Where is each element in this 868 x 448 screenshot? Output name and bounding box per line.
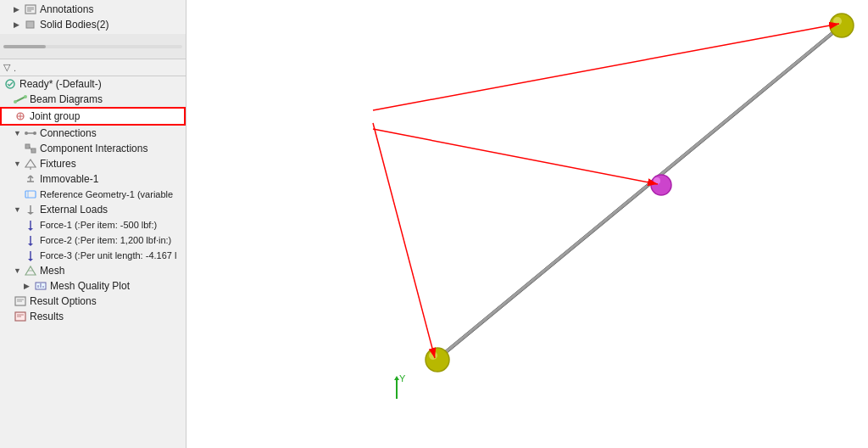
sidebar-item-solid-bodies[interactable]: ▶ Solid Bodies(2) [0,17,186,32]
beam-diagrams-label: Beam Diagrams [30,93,103,105]
arrow-annotations: ▶ [14,5,22,14]
svg-marker-33 [28,259,33,261]
comp-interactions-label: Component Interactions [40,143,147,154]
ext-loads-label: External Loads [40,204,108,216]
sidebar-item-beam-diagrams[interactable]: Beam Diagrams [0,92,186,107]
results-label: Results [30,311,64,322]
joint-icon [14,110,27,122]
svg-point-8 [24,95,27,98]
sidebar-item-component-interactions[interactable]: Component Interactions [0,141,186,156]
sidebar-item-ready[interactable]: Ready* (-Default-) [0,76,186,92]
svg-marker-27 [27,212,34,215]
sidebar-item-mesh-quality-plot[interactable]: ▶ Mesh Quality Plot [0,278,186,294]
svg-rect-24 [25,191,36,198]
sidebar-item-external-loads[interactable]: ▼ External Loads [0,202,186,217]
svg-rect-46 [186,0,868,448]
sidebar-item-joint-group[interactable]: Joint group [0,107,186,126]
filter-bar: ▽ . [0,59,186,76]
annotations-label: Annotations [40,3,93,15]
sidebar-item-force-1[interactable]: Force-1 (:Per item: -500 lbf:) [0,217,186,232]
ext-loads-icon [24,204,37,216]
result-options-icon [14,295,27,307]
svg-rect-15 [25,144,30,148]
result-options-label: Result Options [30,295,97,307]
sidebar-item-force-2[interactable]: Force-2 (:Per item: 1,200 lbf·in:) [0,232,186,248]
svg-rect-4 [26,21,34,28]
filter-dot: . [14,63,16,73]
sidebar-item-mesh[interactable]: ▼ Mesh [0,263,186,278]
immovable-icon [24,173,37,185]
svg-point-14 [33,132,36,135]
svg-marker-29 [28,228,33,231]
3d-scene: Y [186,0,868,448]
force-1-icon [24,219,37,231]
sidebar-item-connections[interactable]: ▼ Connections [0,126,186,141]
sidebar-item-ref-geo-1[interactable]: Reference Geometry-1 (variable [0,187,186,202]
solid-bodies-label: Solid Bodies(2) [40,19,108,31]
svg-point-51 [426,348,449,372]
connections-icon [24,127,37,139]
tree-main: Ready* (-Default-) Beam Diagrams Joint g… [0,76,186,448]
sidebar-item-fixtures[interactable]: ▼ Fixtures [0,156,186,171]
tree-top-section: ▶ Annotations ▶ Solid Bodies(2) [0,0,186,34]
svg-point-13 [25,132,28,135]
main-canvas[interactable]: Y [186,0,868,448]
svg-point-55 [651,175,671,195]
comp-interactions-icon [24,143,37,154]
force-3-icon [24,249,37,261]
mesh-icon [24,265,37,277]
fixtures-icon [24,158,37,170]
ref-geo-1-label: Reference Geometry-1 (variable [40,189,173,199]
beam-icon [14,93,27,105]
joint-group-label: Joint group [30,110,80,122]
connections-label: Connections [40,127,97,139]
arrow-mesh-quality: ▶ [24,282,32,290]
arrow-connections: ▼ [14,129,22,137]
svg-rect-16 [31,148,36,153]
svg-text:Y: Y [399,373,406,384]
sidebar-item-result-options[interactable]: Result Options [0,294,186,309]
svg-marker-31 [28,244,33,246]
solid-bodies-icon [24,19,37,31]
results-icon [14,311,27,322]
sidebar-item-results[interactable]: Results [0,309,186,324]
svg-point-7 [14,100,17,104]
sidebar-item-annotations[interactable]: ▶ Annotations [0,2,186,17]
arrow-solid-bodies: ▶ [14,20,22,29]
arrow-ext-loads: ▼ [14,205,22,214]
ready-icon [3,78,17,90]
left-panel: ▶ Annotations ▶ Solid Bodies(2) ▽ . [0,0,186,448]
scroll-area[interactable] [0,34,186,59]
svg-marker-18 [25,160,36,167]
mesh-label: Mesh [40,265,64,277]
ready-label: Ready* (-Default-) [19,78,102,90]
force-1-label: Force-1 (:Per item: -500 lbf:) [40,220,157,230]
mesh-quality-icon [34,280,47,292]
svg-line-6 [15,97,25,102]
force-2-icon [24,234,37,246]
sidebar-item-force-3[interactable]: Force-3 (:Per unit length: -4.167 l [0,248,186,263]
arrow-mesh: ▼ [14,266,22,275]
sidebar-item-immovable-1[interactable]: Immovable-1 [0,171,186,187]
annotations-icon [24,3,37,15]
mesh-quality-plot-label: Mesh Quality Plot [50,280,130,292]
fixtures-label: Fixtures [40,158,76,170]
immovable-1-label: Immovable-1 [40,173,98,185]
ref-geo-icon [24,188,37,200]
arrow-fixtures: ▼ [14,160,22,168]
force-3-label: Force-3 (:Per unit length: -4.167 l [40,250,176,260]
force-2-label: Force-2 (:Per item: 1,200 lbf·in:) [40,235,171,245]
filter-icon: ▽ [3,62,10,73]
